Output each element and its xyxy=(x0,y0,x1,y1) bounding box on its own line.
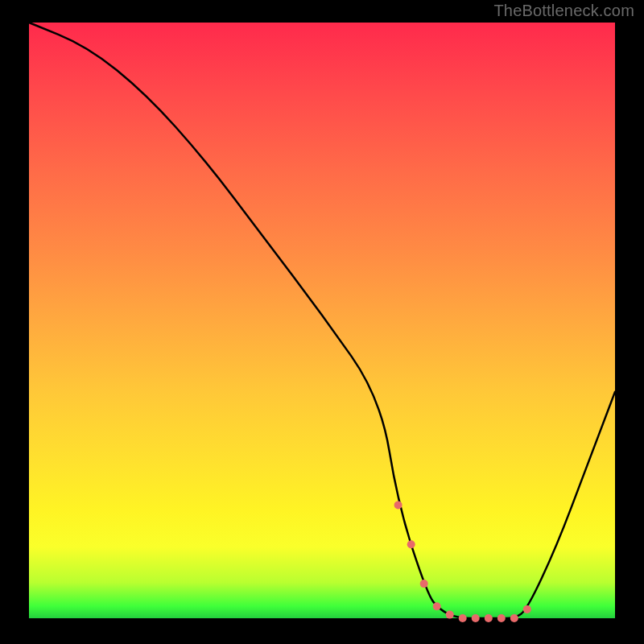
chart-frame: TheBottleneck.com xyxy=(0,0,644,644)
marker-band xyxy=(394,501,531,622)
valley-marker xyxy=(394,501,402,509)
valley-marker xyxy=(446,611,454,619)
valley-marker xyxy=(485,614,493,622)
valley-marker xyxy=(420,580,428,588)
bottleneck-curve-line xyxy=(29,23,615,618)
valley-marker xyxy=(497,614,506,622)
watermark-text: TheBottleneck.com xyxy=(493,2,634,20)
plot-area xyxy=(29,23,615,618)
valley-marker xyxy=(510,614,518,622)
valley-marker xyxy=(407,540,415,548)
valley-marker xyxy=(459,614,467,622)
valley-marker xyxy=(523,605,531,613)
valley-marker xyxy=(433,602,441,610)
chart-svg xyxy=(29,23,615,618)
valley-marker xyxy=(472,614,480,622)
